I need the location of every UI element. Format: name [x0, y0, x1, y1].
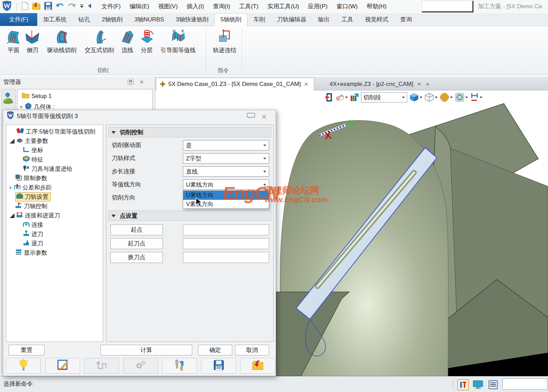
- menu-file[interactable]: 文件(F): [97, 0, 125, 13]
- ribbon-tab-turning[interactable]: 车削: [247, 13, 271, 26]
- tree-item-link-lead[interactable]: 连接和进退刀: [10, 211, 60, 220]
- dropdown-caret-icon[interactable]: [345, 97, 348, 100]
- ribbon-tab-visual-style[interactable]: 视觉样式: [359, 13, 394, 26]
- exit-environment-icon[interactable]: [324, 92, 333, 102]
- tool-change-point-field[interactable]: [183, 252, 269, 263]
- tool-drive-curve-cut[interactable]: 驱动线切削: [43, 29, 81, 54]
- wireframe-view-icon[interactable]: [424, 92, 438, 102]
- open-file-icon[interactable]: [32, 2, 41, 12]
- tool-change-point-button[interactable]: 换刀点: [110, 252, 163, 263]
- dropdown-caret-icon[interactable]: [420, 97, 422, 100]
- load-operation-button[interactable]: [240, 358, 275, 374]
- dropdown-caret-icon[interactable]: [465, 97, 468, 100]
- menu-tools[interactable]: 工具(T): [235, 0, 263, 13]
- log-document-button[interactable]: [487, 379, 499, 390]
- tree-item-tool-axis[interactable]: 刀轴控制: [15, 202, 47, 211]
- tree-item-tool-feed[interactable]: 刀具与速度进给: [23, 164, 72, 174]
- reset-button[interactable]: 重置: [9, 345, 45, 355]
- expand-icon[interactable]: [10, 186, 12, 189]
- menu-edit[interactable]: 编辑(E): [125, 0, 154, 13]
- new-file-icon[interactable]: [22, 2, 28, 12]
- dialog-titlebar[interactable]: 5轴引导面等值线切削 3: [3, 110, 276, 122]
- tree-item-setup[interactable]: Setup 1: [22, 92, 52, 100]
- display-filter-icon[interactable]: [350, 93, 359, 102]
- redo-icon[interactable]: [68, 3, 76, 10]
- tool-guide-surface-isoline[interactable]: UV 引导面等值线: [157, 29, 199, 54]
- start-tool-point-button[interactable]: 起刀点: [110, 238, 163, 249]
- ribbon-tab-5x-milling[interactable]: 5轴铣削: [214, 13, 247, 26]
- tool-plane-cut[interactable]: 平面: [4, 29, 23, 54]
- collapse-ribbon-icon[interactable]: [87, 3, 91, 10]
- menu-view[interactable]: 视图(V): [154, 0, 182, 13]
- ribbon-tab-output[interactable]: 输出: [312, 13, 335, 26]
- tree-item-toolpath-settings[interactable]: 刀轨设置: [15, 192, 51, 202]
- menu-help[interactable]: 帮助(H): [362, 0, 391, 13]
- calculate-button[interactable]: 计算: [100, 345, 192, 355]
- cancel-button[interactable]: 取消: [235, 345, 269, 355]
- manager-close-icon[interactable]: ✕: [139, 79, 145, 85]
- qat-options-icon[interactable]: [80, 3, 84, 10]
- document-tab-inactive[interactable]: 4X+example.Z3 - [p2-cnc_CAM] × +: [330, 78, 430, 90]
- step-link-combo[interactable]: 直线: [183, 166, 269, 177]
- expand-icon[interactable]: [10, 139, 14, 144]
- ribbon-tab-drill[interactable]: 钻孔: [72, 13, 96, 26]
- tab-close-icon[interactable]: ×: [303, 80, 309, 88]
- menu-utilities[interactable]: 实用工具(U): [263, 0, 304, 13]
- ribbon-tab-inquire[interactable]: 查询: [394, 13, 418, 26]
- tree-item-lead-out[interactable]: 退刀: [23, 239, 43, 248]
- expand-icon[interactable]: [20, 105, 23, 109]
- ribbon-tab-machining-system[interactable]: 加工系统: [37, 13, 72, 26]
- menu-applications[interactable]: 应用(P): [303, 0, 332, 13]
- display-monitor-button[interactable]: [472, 379, 484, 390]
- cam-plan-icon[interactable]: [3, 92, 14, 108]
- menu-insert[interactable]: 插入(I): [182, 0, 208, 13]
- dialog-comment-icon[interactable]: [247, 113, 255, 121]
- tree-item-operation[interactable]: 工序:5轴引导面等值线切削: [17, 127, 95, 136]
- tool-flow-cut[interactable]: 流线: [119, 29, 136, 54]
- tree-item-tolerance-step[interactable]: 公差和步距: [10, 183, 52, 192]
- isoline-sphere-icon[interactable]: [440, 92, 453, 102]
- start-point-field[interactable]: [183, 224, 269, 235]
- tool-interactive-cut[interactable]: 交互式切削: [83, 29, 116, 54]
- shaded-view-icon[interactable]: [409, 92, 422, 102]
- tree-item-link[interactable]: 连接: [23, 220, 43, 229]
- isoline-direction-combo[interactable]: U素线方向: [183, 179, 269, 190]
- edit-button[interactable]: [45, 358, 80, 374]
- ribbon-tab-toolpath-editor[interactable]: 刀轨编辑器: [271, 13, 312, 26]
- tool-flank-cut[interactable]: 侧刃: [23, 29, 41, 54]
- save-icon[interactable]: [44, 2, 52, 12]
- ok-button[interactable]: 确定: [198, 345, 232, 355]
- dropdown-caret-icon[interactable]: [450, 97, 453, 100]
- start-tool-point-field[interactable]: [183, 238, 269, 249]
- ribbon-tab-tools[interactable]: 工具: [335, 13, 359, 26]
- tool-layer-cut[interactable]: 分层: [138, 29, 155, 54]
- tree-item-frame[interactable]: 坐标: [23, 146, 43, 155]
- tab-close-icon[interactable]: ×: [417, 80, 422, 88]
- tool-analysis-button[interactable]: [162, 358, 197, 374]
- dropdown-caret-icon[interactable]: [435, 97, 438, 100]
- section-view-icon[interactable]: [455, 92, 468, 102]
- section-cut-control[interactable]: 切削控制: [108, 127, 271, 137]
- ribbon-tab-2x-milling[interactable]: 2轴铣削: [96, 13, 128, 26]
- start-point-button[interactable]: 起点: [110, 224, 163, 235]
- tree-item-lead-in[interactable]: 进刀: [23, 229, 43, 239]
- manager-dock-icon[interactable]: [128, 79, 134, 85]
- tree-item-display-params[interactable]: 显示参数: [15, 248, 47, 257]
- tree-item-main-params[interactable]: 主要参数: [10, 136, 48, 146]
- menu-inquire[interactable]: 查询(I): [208, 0, 235, 13]
- status-input[interactable]: [502, 379, 547, 390]
- menu-window[interactable]: 窗口(W): [332, 0, 362, 13]
- save-operation-button[interactable]: [201, 358, 236, 374]
- display-mode-combo[interactable]: 切削段: [361, 92, 407, 102]
- new-tab-button[interactable]: +: [425, 79, 430, 89]
- dropdown-caret-icon[interactable]: [480, 97, 482, 100]
- toolpath-style-combo[interactable]: Z字型: [183, 153, 269, 164]
- document-tab-active[interactable]: ✚ 5X Demo Case_01.Z3 - [5X Demo Case_01_…: [156, 78, 314, 90]
- tool-path-link[interactable]: 轨迹连结: [209, 29, 240, 54]
- datum-display-icon[interactable]: [470, 92, 482, 102]
- undo-icon[interactable]: [56, 3, 64, 10]
- hint-button[interactable]: [6, 358, 41, 374]
- ribbon-tab-3x-nurbs[interactable]: 3轴NURBS: [128, 13, 170, 26]
- ribbon-tab-3x-quick-milling[interactable]: 3轴快速铣削: [170, 13, 214, 26]
- manager-toggle-button[interactable]: [457, 379, 469, 390]
